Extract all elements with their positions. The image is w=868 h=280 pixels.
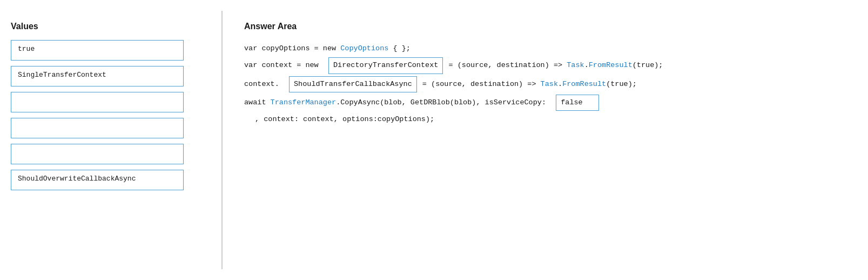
code-line-4-await: await [244, 96, 271, 109]
code-line-3-prefix: context. [244, 78, 288, 91]
code-line-2-suffix: (true); [633, 59, 663, 72]
code-line-3-task: Task [541, 78, 558, 91]
value-text-should-overwrite: ShouldOverwriteCallbackAsync [18, 175, 136, 183]
dropbox-false[interactable]: false [556, 95, 599, 111]
code-line-3-fromresult: FromResult [562, 78, 606, 91]
value-item-should-overwrite[interactable]: ShouldOverwriteCallbackAsync [11, 170, 184, 190]
code-line-3-suffix: (true); [606, 78, 637, 91]
code-line-2-prefix: var context = new [244, 59, 327, 72]
dropbox-should-transfer-callback-async[interactable]: ShouldTransferCallbackAsync [289, 76, 417, 92]
code-line-3-mid: = (source, destination) => [418, 78, 541, 91]
code-line-5-text: , context: context, options:copyOptions)… [255, 113, 434, 126]
answer-panel: Answer Area var copyOptions = new CopyOp… [228, 11, 868, 269]
code-line-1: var copyOptions = new CopyOptions { }; [244, 42, 852, 55]
value-item-empty3[interactable] [11, 144, 184, 164]
value-text-single: SingleTransferContext [18, 71, 106, 79]
code-line-2: var context = new DirectoryTransferConte… [244, 57, 852, 74]
code-line-3-dot: . [558, 78, 562, 91]
values-title: Values [11, 22, 205, 31]
value-item-empty1[interactable] [11, 92, 184, 112]
value-item-single[interactable]: SingleTransferContext [11, 66, 184, 86]
code-line-1-text: var copyOptions = new CopyOptions { }; [244, 42, 411, 55]
code-line-2-dot: . [584, 59, 589, 72]
code-area: var copyOptions = new CopyOptions { }; v… [244, 42, 852, 126]
code-line-4: await TransferManager .CopyAsync(blob, G… [244, 95, 852, 111]
code-line-2-task: Task [567, 59, 584, 72]
dropbox-directory-transfer-context[interactable]: DirectoryTransferContext [328, 57, 443, 74]
value-item-true[interactable]: true [11, 40, 184, 61]
code-line-5: , context: context, options:copyOptions)… [244, 113, 852, 126]
code-line-3: context. ShouldTransferCallbackAsync = (… [244, 76, 852, 92]
code-line-2-mid: = (source, destination) => [444, 59, 567, 72]
value-item-empty2[interactable] [11, 118, 184, 138]
panel-divider [221, 11, 223, 269]
value-text-true: true [18, 45, 35, 53]
values-panel: Values true SingleTransferContext Should… [0, 11, 216, 269]
code-line-4-transfer-manager: TransferManager [271, 96, 337, 109]
code-line-2-fromresult: FromResult [589, 59, 633, 72]
code-line-4-copy-async: .CopyAsync(blob, GetDRBlob(blob), isServ… [336, 96, 555, 109]
answer-title: Answer Area [244, 22, 852, 31]
